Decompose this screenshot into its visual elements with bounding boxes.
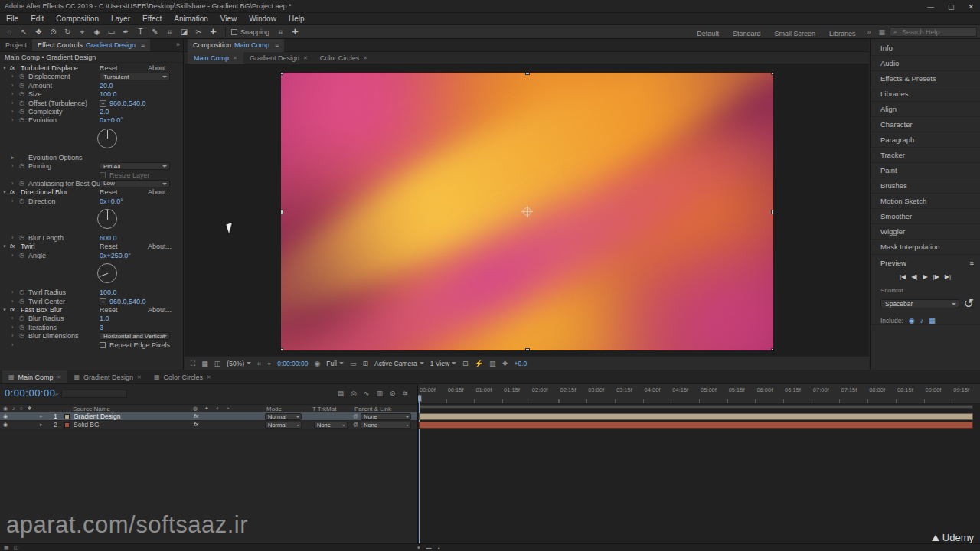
twirl-right-icon[interactable]: ›	[11, 342, 13, 347]
menu-animation[interactable]: Animation	[168, 13, 214, 24]
property-value[interactable]: 0x+250.0°	[100, 252, 131, 259]
column-trkmat[interactable]: T TrkMat	[312, 406, 336, 412]
panel-tab-libraries[interactable]: Libraries	[871, 86, 980, 102]
twirl-right-icon[interactable]: ›	[11, 333, 13, 338]
property-blur-length[interactable]: ›◷Blur Length600.0	[0, 234, 183, 243]
resize-handle[interactable]	[281, 348, 283, 350]
resize-handle[interactable]	[281, 73, 283, 75]
twirl-right-icon[interactable]: ›	[11, 117, 13, 122]
panel-menu-icon[interactable]: ≡	[273, 41, 279, 49]
home-icon[interactable]: ⌂	[3, 25, 16, 38]
effect-point-icon[interactable]: +	[100, 100, 106, 107]
timeline-search-input[interactable]	[61, 390, 127, 398]
preview-panel-label[interactable]: Preview	[880, 259, 906, 267]
twirl-right-icon[interactable]: ›	[11, 83, 13, 88]
close-icon[interactable]: ✕	[207, 374, 211, 380]
composition-viewport[interactable]	[185, 64, 869, 356]
effect-directional-blur[interactable]: ▼fxDirectional BlurResetAbout...	[0, 188, 183, 197]
shape-tool-icon[interactable]: ▭	[105, 25, 118, 38]
motion-blur-icon[interactable]: ⊘	[390, 390, 396, 397]
gradient-layer-preview[interactable]	[281, 73, 773, 350]
about-button[interactable]: About...	[148, 64, 172, 72]
puppet-pin-tool-icon[interactable]: ✚	[207, 25, 220, 38]
parent-link-dropdown[interactable]: None	[361, 422, 411, 429]
reset-button[interactable]: Reset	[100, 188, 118, 196]
timeline-zoom-in-icon[interactable]: ▴	[438, 545, 441, 551]
layer-duration-bar[interactable]	[419, 422, 973, 429]
property-value[interactable]: 100.0	[100, 289, 117, 296]
layer-name[interactable]: Solid BG	[74, 421, 100, 429]
parent-pickwhip-icon[interactable]: @	[353, 413, 358, 419]
layer-duration-bar[interactable]	[419, 413, 973, 420]
twirl-down-icon[interactable]: ▼	[2, 244, 7, 249]
flowchart-mini-icon[interactable]: ◫	[14, 545, 19, 551]
camera-view-dropdown[interactable]: Active Camera	[374, 360, 424, 367]
timeline-track-area[interactable]: 00:00f00:15f01:00f01:15f02:00f02:15f03:0…	[417, 384, 980, 544]
property-value[interactable]: 2.0	[100, 108, 109, 116]
time-ruler[interactable]: 00:00f00:15f01:00f01:15f02:00f02:15f03:0…	[418, 384, 980, 404]
effect-twirl[interactable]: ▼fxTwirlResetAbout...	[0, 243, 183, 251]
about-button[interactable]: About...	[148, 306, 172, 314]
help-search[interactable]: ⌕	[890, 27, 977, 37]
snapping-checkbox[interactable]	[231, 29, 237, 35]
about-button[interactable]: About...	[148, 243, 172, 250]
panel-tab-align[interactable]: Align	[871, 102, 980, 117]
rulers-icon[interactable]: ⌗	[257, 360, 261, 368]
mode-dropdown[interactable]: Normal	[265, 413, 302, 420]
twirl-down-icon[interactable]: ▼	[2, 66, 7, 70]
effect-point-icon[interactable]: +	[100, 298, 106, 305]
twirl-right-icon[interactable]: ›	[11, 289, 13, 295]
pen-tool-icon[interactable]: ✒	[119, 25, 132, 38]
roto-brush-tool-icon[interactable]: ✂	[192, 25, 205, 38]
stopwatch-icon[interactable]: ◷	[19, 73, 24, 80]
property-displacement[interactable]: ›◷DisplacementTurbulent	[0, 73, 183, 81]
pixel-aspect-icon[interactable]: ⊡	[462, 360, 469, 367]
snapping-toggle[interactable]: Snapping	[231, 28, 270, 36]
property-value[interactable]: 100.0	[100, 90, 117, 98]
angle-dial[interactable]	[97, 263, 117, 283]
panel-tab-audio[interactable]: Audio	[871, 56, 980, 71]
twirl-right-icon[interactable]: ›	[11, 181, 13, 186]
menu-view[interactable]: View	[214, 13, 243, 24]
twirl-right-icon[interactable]: ›	[11, 315, 13, 321]
panel-tab-brushes[interactable]: Brushes	[871, 178, 980, 194]
tab-composition[interactable]: Composition Main Comp ≡	[188, 39, 284, 52]
property-value[interactable]: 20.0	[100, 82, 113, 90]
property-complexity[interactable]: ›◷Complexity2.0	[0, 108, 183, 116]
reset-button[interactable]: Reset	[100, 243, 118, 250]
panel-tab-mask-interpolation[interactable]: Mask Interpolation	[871, 240, 980, 255]
stopwatch-icon[interactable]: ◷	[19, 90, 24, 97]
tab-project[interactable]: Project	[0, 39, 32, 51]
menu-layer[interactable]: Layer	[105, 13, 136, 24]
parent-pickwhip-icon[interactable]: @	[353, 422, 358, 427]
property-pinning[interactable]: ›◷PinningPin All	[0, 162, 183, 171]
stopwatch-icon[interactable]: ◷	[19, 99, 24, 106]
panel-tab-character[interactable]: Character	[871, 117, 980, 132]
snapshot-icon[interactable]: ◉	[314, 360, 320, 367]
panel-tab-tracker[interactable]: Tracker	[871, 148, 980, 163]
stopwatch-icon[interactable]: ◷	[19, 162, 24, 169]
roi-icon[interactable]: ▭	[350, 360, 357, 367]
layer-row-gradient-design[interactable]: ◉▸1Gradient DesignfxNormal@None	[0, 412, 417, 421]
property-value[interactable]: 960.0,540.0	[109, 298, 146, 305]
timeline-tab-gradient-design[interactable]: ▦Gradient Design✕	[67, 370, 147, 383]
include-audio-icon[interactable]: ♪	[920, 317, 924, 324]
layer-anchor-point[interactable]	[523, 207, 531, 216]
close-icon[interactable]: ✕	[303, 55, 308, 61]
menu-file[interactable]: File	[0, 13, 24, 24]
stopwatch-icon[interactable]: ◷	[19, 289, 24, 295]
panel-menu-icon[interactable]: ≡	[139, 41, 145, 49]
close-button[interactable]: ✕	[968, 3, 974, 11]
composition-mini-flowchart-icon[interactable]: ▤	[337, 390, 344, 397]
menu-help[interactable]: Help	[283, 13, 311, 24]
camera-tool-icon[interactable]: ⌖	[76, 25, 89, 38]
panel-tab-motion-sketch[interactable]: Motion Sketch	[871, 194, 980, 209]
label-color-chip[interactable]	[64, 414, 70, 419]
twirl-down-icon[interactable]: ▼	[2, 308, 7, 312]
clone-stamp-tool-icon[interactable]: ⌗	[163, 25, 176, 38]
layer-row-solid-bg[interactable]: ◉▸2Solid BGfxNormalNone@None	[0, 421, 417, 429]
mask-visibility-icon[interactable]: ⊞	[362, 360, 368, 367]
menu-effect[interactable]: Effect	[136, 13, 168, 24]
column-source-name[interactable]: Source Name	[73, 406, 110, 412]
property-value[interactable]: 3	[100, 324, 103, 331]
